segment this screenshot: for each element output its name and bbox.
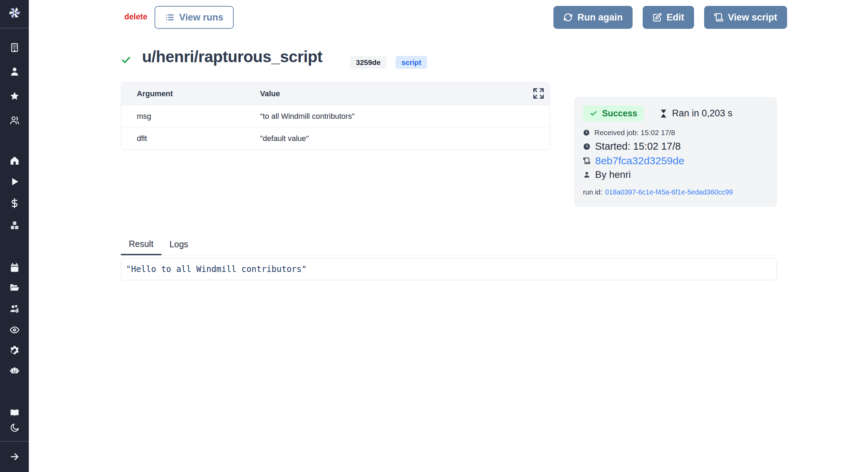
- table-row: msg "to all Windmill contributors": [121, 105, 550, 127]
- sidebar-item-workers[interactable]: [9, 304, 20, 314]
- run-by-line: By henri: [583, 169, 768, 180]
- sidebar-item-settings[interactable]: [9, 345, 20, 355]
- received-job-line: Received job: 15:02 17/8: [583, 129, 768, 137]
- run-again-button[interactable]: Run again: [553, 6, 633, 29]
- sidebar: [0, 0, 29, 472]
- header-actions: Run again Edit View script: [553, 6, 787, 29]
- edit-label: Edit: [667, 12, 684, 23]
- sidebar-item-schedules[interactable]: [9, 263, 20, 273]
- sidebar-item-resources[interactable]: [9, 221, 20, 231]
- audit-eye-icon: [9, 325, 20, 335]
- result-text: "Hello to all Windmill contributors": [126, 264, 307, 274]
- arguments-table-header: Argument Value: [121, 82, 550, 105]
- value-column-header: Value: [260, 89, 550, 98]
- page-title: u/henri/rapturous_script: [142, 47, 323, 66]
- dollar-icon: [9, 198, 20, 208]
- sidebar-divider-top: [0, 28, 29, 28]
- run-again-label: Run again: [577, 12, 623, 23]
- hourglass-icon: [659, 109, 668, 118]
- started-line: Started: 15:02 17/8: [583, 141, 768, 152]
- result-tabs: Result Logs: [121, 238, 777, 255]
- argument-column-header: Argument: [121, 89, 260, 98]
- tab-logs[interactable]: Logs: [161, 238, 196, 255]
- arguments-table: Argument Value msg "to all Windmill cont…: [121, 82, 550, 150]
- status-label: Success: [602, 108, 637, 118]
- sidebar-item-runs[interactable]: [9, 176, 20, 187]
- delete-button[interactable]: delete: [124, 12, 147, 22]
- scroll-icon: [583, 157, 591, 165]
- sidebar-item-groups[interactable]: [9, 115, 20, 125]
- status-row: Success Ran in 0,203 s: [583, 106, 768, 121]
- users-settings-icon: [9, 304, 20, 314]
- success-check-icon: [121, 55, 131, 65]
- calendar-icon: [9, 263, 20, 273]
- title-badges: 3259de script: [350, 56, 427, 69]
- run-by-label: By henri: [595, 169, 631, 180]
- run-duration: Ran in 0,203 s: [659, 108, 732, 119]
- sidebar-item-variables[interactable]: [9, 198, 20, 208]
- run-id-label: run id:: [583, 188, 602, 196]
- home-icon: [9, 155, 20, 166]
- refresh-icon: [563, 13, 573, 22]
- sidebar-item-favorites[interactable]: [9, 91, 20, 101]
- argument-name: msg: [121, 112, 260, 121]
- list-icon: [165, 13, 175, 22]
- sidebar-item-user[interactable]: [9, 66, 20, 77]
- edit-pencil-icon: [652, 13, 662, 22]
- dark-mode-moon-icon: [9, 423, 20, 433]
- run-id-link[interactable]: 018a0397-6c1e-f45a-6f1e-5edad360cc99: [605, 188, 733, 196]
- edit-button[interactable]: Edit: [643, 6, 694, 29]
- sidebar-item-docs[interactable]: [9, 408, 20, 418]
- sidebar-item-home[interactable]: [9, 155, 20, 166]
- view-runs-button[interactable]: View runs: [155, 6, 234, 29]
- received-job-label: Received job: 15:02 17/8: [594, 129, 675, 137]
- run-id-line: run id: 018a0397-6c1e-f45a-6f1e-5edad360…: [583, 188, 768, 196]
- user-icon: [9, 66, 20, 77]
- script-type-badge: script: [395, 56, 427, 69]
- sidebar-item-workspace[interactable]: [9, 42, 20, 53]
- argument-value: "to all Windmill contributors": [260, 112, 550, 121]
- dark-mode-toggle[interactable]: [9, 423, 20, 433]
- settings-gear-icon: [9, 345, 20, 355]
- table-row: dflt "default value": [121, 127, 550, 150]
- docs-book-icon: [9, 408, 20, 418]
- sidebar-item-folders[interactable]: [9, 282, 20, 292]
- windmill-logo-icon[interactable]: [7, 5, 22, 20]
- expand-sidebar-button[interactable]: [9, 452, 20, 462]
- view-script-label: View script: [728, 12, 777, 23]
- duration-label: Ran in 0,203 s: [672, 108, 732, 119]
- robot-icon: [9, 365, 20, 376]
- users-icon: [9, 115, 20, 125]
- check-icon: [590, 109, 598, 117]
- started-label: Started: 15:02 17/8: [595, 141, 681, 152]
- windmill-run-page: delete View runs Run again: [0, 0, 868, 472]
- clock-icon: [583, 143, 591, 150]
- clock-icon: [583, 129, 590, 136]
- argument-value: "default value": [260, 134, 550, 143]
- status-badge: Success: [583, 106, 644, 121]
- star-icon: [9, 91, 20, 101]
- result-output: "Hello to all Windmill contributors": [121, 258, 777, 280]
- arrow-right-icon: [9, 452, 20, 462]
- argument-name: dflt: [121, 134, 260, 143]
- folder-open-icon: [9, 282, 20, 292]
- expand-table-button[interactable]: [532, 87, 545, 100]
- boxes-icon: [9, 221, 20, 231]
- script-hash-link[interactable]: 8eb7fca32d3259de: [595, 155, 684, 167]
- expand-arrows-icon: [532, 87, 545, 100]
- sidebar-divider-bottom: [0, 441, 29, 442]
- script-hash-badge: 3259de: [350, 56, 386, 69]
- view-script-button[interactable]: View script: [704, 6, 787, 29]
- tab-result[interactable]: Result: [121, 238, 161, 255]
- building-icon: [9, 42, 20, 53]
- sidebar-item-audit-logs[interactable]: [9, 325, 20, 335]
- sidebar-item-ai[interactable]: [9, 365, 20, 376]
- scroll-icon: [714, 13, 724, 22]
- run-info-panel: Success Ran in 0,203 s Received job: 15:…: [574, 97, 777, 207]
- view-runs-label: View runs: [179, 12, 223, 23]
- script-hash-line: 8eb7fca32d3259de: [583, 155, 768, 167]
- user-icon: [583, 171, 591, 179]
- play-icon: [9, 176, 20, 187]
